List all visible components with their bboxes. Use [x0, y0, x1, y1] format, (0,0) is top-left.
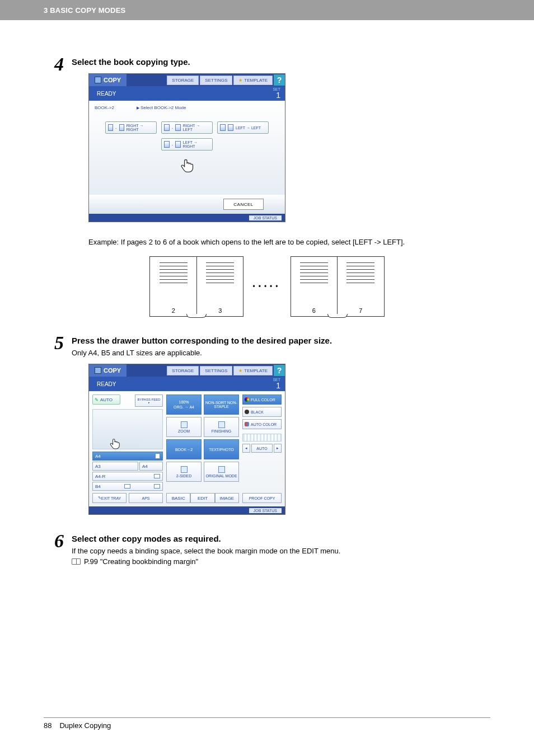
- finishing-icon: [218, 421, 225, 428]
- section-title: 3 BASIC COPY MODES: [44, 6, 125, 15]
- 2sided-button[interactable]: 2-SIDED: [166, 462, 202, 482]
- drawer-a3[interactable]: A3: [92, 462, 138, 471]
- step-4: 4 Select the book copying type. COPY STO…: [44, 54, 490, 232]
- storage-button[interactable]: STORAGE: [167, 76, 199, 85]
- step-5: 5 Press the drawer button corresponding …: [44, 332, 490, 525]
- ready-label: READY: [97, 381, 116, 387]
- full-color-button[interactable]: FULL COLOR: [242, 395, 282, 405]
- left-right-button[interactable]: -LEFT → RIGHT: [161, 138, 213, 151]
- density-auto-button[interactable]: AUTO: [251, 444, 273, 453]
- job-status-button[interactable]: JOB STATUS: [249, 508, 282, 513]
- auto-color-button[interactable]: AUTO COLOR: [242, 419, 282, 429]
- duplex-icon: [181, 466, 188, 473]
- set-counter: SET 1: [273, 378, 280, 389]
- ellipsis-icon: •••••: [252, 283, 281, 290]
- edit-tab[interactable]: EDIT: [190, 493, 214, 503]
- right-right-button[interactable]: -RIGHT → RIGHT: [105, 121, 157, 134]
- book-spread-diagram: 2 3 ••••• 6 7: [44, 256, 490, 317]
- printer-diagram: [92, 409, 163, 449]
- step-6-number: 6: [44, 530, 64, 551]
- screen-toolbar: COPY STORAGE SETTINGS ★TEMPLATE ?: [89, 74, 285, 86]
- original-mode-button[interactable]: ORIGINAL MODE: [204, 462, 239, 482]
- proof-copy-button[interactable]: PROOF COPY: [242, 493, 282, 503]
- copy-icon: [95, 367, 101, 374]
- finishing-button[interactable]: FINISHING: [204, 417, 239, 437]
- left-left-button[interactable]: LEFT → LEFT: [217, 121, 269, 134]
- mode-label: BOOK->2: [95, 105, 114, 110]
- help-button[interactable]: ?: [274, 365, 285, 376]
- density-slider[interactable]: [242, 434, 282, 442]
- drawer-a4[interactable]: A4: [92, 452, 163, 461]
- color-wheel-icon: [245, 397, 249, 402]
- screenshot-book-mode: COPY STORAGE SETTINGS ★TEMPLATE ? READY …: [88, 73, 285, 222]
- step-4-title: Select the book copying type.: [72, 57, 490, 67]
- textphoto-indicator[interactable]: TEXT/PHOTO: [204, 439, 239, 459]
- prompt-label: ▶Select BOOK->2 Mode: [137, 105, 186, 110]
- original-icon: [218, 466, 225, 473]
- image-tab[interactable]: IMAGE: [215, 493, 239, 503]
- status-bar: READY SET 1: [89, 86, 285, 101]
- section-header: 3 BASIC COPY MODES: [0, 0, 534, 20]
- density-minus-button[interactable]: ◂: [242, 444, 250, 453]
- job-status-button[interactable]: JOB STATUS: [249, 215, 282, 220]
- settings-button[interactable]: SETTINGS: [200, 366, 232, 375]
- ready-label: READY: [97, 91, 116, 97]
- aps-button[interactable]: APS: [129, 493, 163, 503]
- auto-orig-button[interactable]: ✎AUTO: [92, 395, 120, 405]
- settings-button[interactable]: SETTINGS: [200, 76, 232, 85]
- star-icon: ★: [238, 368, 242, 373]
- zoom-button[interactable]: ZOOM: [166, 417, 202, 437]
- step-6-ref: P.99 "Creating bookbinding margin": [72, 557, 490, 566]
- screenshot-main-copy: COPY STORAGE SETTINGS ★TEMPLATE ? READY …: [88, 364, 285, 515]
- template-button[interactable]: ★TEMPLATE: [233, 76, 273, 85]
- cancel-button[interactable]: CANCEL: [223, 199, 264, 210]
- step-6: 6 Select other copy modes as required. I…: [44, 530, 490, 566]
- step-5-sub: Only A4, B5 and LT sizes are applicable.: [72, 349, 490, 357]
- book2-indicator[interactable]: BOOK→2: [166, 439, 202, 459]
- step-6-sub: If the copy needs a binding space, selec…: [72, 547, 490, 555]
- drawer-b4[interactable]: B4: [92, 482, 163, 491]
- spread-left: 2 3: [149, 256, 243, 317]
- star-icon: ★: [238, 78, 242, 83]
- copy-tab[interactable]: COPY: [89, 364, 127, 377]
- hand-cursor-icon: [109, 438, 121, 451]
- manual-ref-icon: [72, 558, 81, 565]
- zoom-indicator[interactable]: 100%ORG. → A4: [166, 395, 202, 415]
- hand-cursor-icon: [179, 158, 195, 175]
- step-4-number: 4: [44, 54, 64, 74]
- right-left-button[interactable]: -RIGHT → LEFT: [161, 121, 213, 134]
- spread-right: 6 7: [291, 256, 385, 317]
- set-counter: SET 1: [273, 87, 280, 99]
- help-button[interactable]: ?: [274, 74, 285, 86]
- step-5-number: 5: [44, 332, 64, 353]
- drawer-a4r[interactable]: A4-R: [92, 472, 163, 481]
- basic-tab[interactable]: BASIC: [166, 493, 190, 503]
- storage-button[interactable]: STORAGE: [167, 366, 199, 375]
- step-5-title: Press the drawer button corresponding to…: [72, 336, 490, 345]
- density-plus-button[interactable]: ▸: [274, 444, 282, 453]
- black-button[interactable]: BLACK: [242, 407, 282, 417]
- bypass-feed-button[interactable]: BYPASS FEED▸: [135, 395, 163, 407]
- sort-indicator[interactable]: NON-SORT NON-STAPLE: [204, 395, 239, 415]
- zoom-icon: [181, 421, 188, 428]
- copy-icon: [95, 77, 101, 83]
- template-button[interactable]: ★TEMPLATE: [233, 366, 273, 375]
- drawer-a4-alt[interactable]: A4: [139, 462, 163, 471]
- auto-color-icon: [245, 422, 249, 426]
- exit-tray-button[interactable]: ✎ EXIT TRAY: [92, 493, 127, 503]
- step-6-title: Select other copy modes as required.: [72, 534, 490, 543]
- black-dot-icon: [245, 410, 249, 414]
- example-text: Example: If pages 2 to 6 of a book which…: [88, 238, 490, 246]
- copy-tab[interactable]: COPY: [89, 74, 127, 86]
